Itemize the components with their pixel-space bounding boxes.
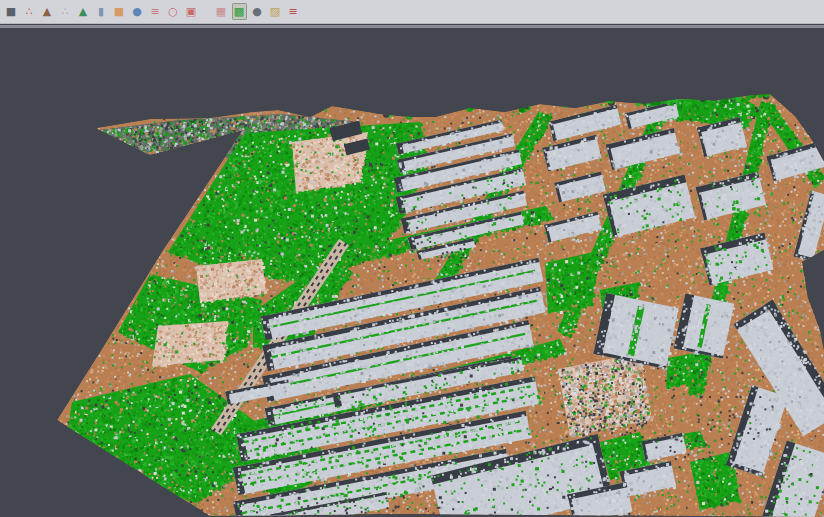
globe-icon[interactable]: ●: [130, 3, 145, 20]
level-gauge-icon[interactable]: ▮: [94, 3, 109, 20]
flag-bars-icon[interactable]: ≡: [286, 3, 301, 20]
toolbar-gap: [200, 3, 212, 20]
toolbar: ■∴▲∴▲▮■●≡○▣▦▩●▨≡: [0, 0, 824, 24]
selection-box-icon[interactable]: ▣: [184, 3, 199, 20]
viewport-3d[interactable]: [0, 28, 824, 517]
sparse-points-icon[interactable]: ∴: [58, 3, 73, 20]
clip-box-icon[interactable]: ▨: [268, 3, 283, 20]
dark-cube-icon[interactable]: ■: [4, 3, 19, 20]
grid-cross-icon[interactable]: ▦: [214, 3, 229, 20]
terrain-green-icon[interactable]: ▲: [76, 3, 91, 20]
layers-icon[interactable]: ≡: [148, 3, 163, 20]
app-window: ■∴▲∴▲▮■●≡○▣▦▩●▨≡: [0, 0, 824, 517]
classification-colors-icon[interactable]: ▩: [232, 3, 247, 20]
camera-icon[interactable]: ●: [250, 3, 265, 20]
align-points-icon[interactable]: ∴: [22, 3, 37, 20]
target-icon[interactable]: ○: [166, 3, 181, 20]
ortho-view-icon[interactable]: ■: [112, 3, 127, 20]
terrain-brown-icon[interactable]: ▲: [40, 3, 55, 20]
